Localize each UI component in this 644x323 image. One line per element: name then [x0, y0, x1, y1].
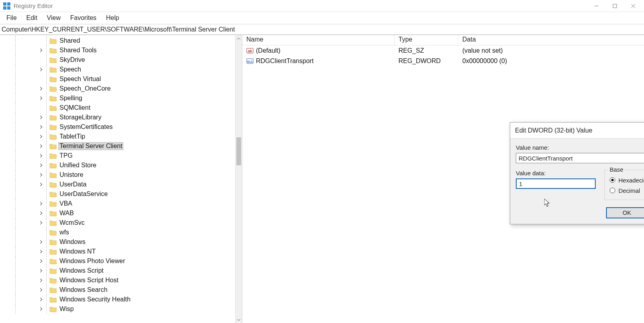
value-data-input[interactable]	[516, 178, 596, 189]
tree-item[interactable]: Speech Virtual	[0, 74, 242, 84]
tree-item[interactable]: Shared Tools	[0, 46, 242, 55]
chevron-right-icon[interactable]	[38, 249, 44, 254]
scroll-thumb[interactable]	[236, 137, 241, 165]
chevron-right-icon[interactable]	[38, 115, 44, 120]
chevron-right-icon[interactable]	[38, 220, 44, 226]
ok-button[interactable]: OK	[606, 207, 644, 218]
tree-item[interactable]: Windows NT	[0, 247, 242, 256]
chevron-right-icon[interactable]	[38, 143, 44, 149]
folder-icon	[50, 287, 57, 293]
folder-icon	[50, 239, 57, 245]
svg-rect-1	[7, 2, 10, 6]
close-button[interactable]	[624, 0, 642, 12]
chevron-right-icon[interactable]	[38, 258, 44, 264]
svg-rect-2	[3, 6, 6, 10]
chevron-right-icon[interactable]	[38, 134, 44, 139]
tree-item[interactable]: StorageLibrary	[0, 113, 242, 122]
dialog-title-text: Edit DWORD (32-bit) Value	[515, 127, 592, 134]
tree-item[interactable]: Shared	[0, 36, 242, 46]
list-row[interactable]: 011RDGClientTransportREG_DWORD0x00000000…	[242, 56, 644, 66]
radio-icon	[610, 177, 615, 183]
chevron-right-icon[interactable]	[38, 268, 44, 273]
tree-item[interactable]: Windows	[0, 237, 242, 247]
tree-item-label: Windows Search	[58, 286, 109, 294]
maximize-button[interactable]	[606, 0, 624, 12]
tree-item-label: Shared	[58, 37, 81, 45]
menu-favorites[interactable]: Favorites	[65, 13, 101, 23]
tree-item[interactable]: SQMClient	[0, 103, 242, 113]
chevron-right-icon[interactable]	[38, 162, 44, 168]
tree-scrollbar[interactable]	[235, 35, 242, 323]
chevron-right-icon[interactable]	[38, 201, 44, 206]
tree-item[interactable]: SystemCertificates	[0, 122, 242, 132]
tree-item[interactable]: UserData	[0, 180, 242, 189]
tree-item[interactable]: SkyDrive	[0, 55, 242, 65]
svg-text:ab: ab	[248, 49, 252, 53]
chevron-right-icon[interactable]	[38, 277, 44, 283]
chevron-right-icon[interactable]	[38, 153, 44, 159]
chevron-right-icon[interactable]	[38, 287, 44, 293]
tree-item[interactable]: WAB	[0, 208, 242, 218]
column-header-type[interactable]: Type	[394, 35, 458, 45]
tree-item[interactable]: WcmSvc	[0, 218, 242, 228]
tree-item[interactable]: Wisp	[0, 304, 242, 314]
chevron-right-icon[interactable]	[38, 95, 44, 101]
tree-item[interactable]: Speech_OneCore	[0, 84, 242, 93]
folder-icon	[50, 220, 57, 226]
chevron-right-icon[interactable]	[38, 210, 44, 216]
chevron-right-icon[interactable]	[38, 306, 44, 312]
tree-item[interactable]: Windows Security Health	[0, 295, 242, 304]
menu-help[interactable]: Help	[101, 13, 124, 23]
tree-item[interactable]: Speech	[0, 65, 242, 74]
chevron-right-icon[interactable]	[38, 86, 44, 91]
chevron-right-icon[interactable]	[38, 67, 44, 72]
radio-hexadecimal[interactable]: Hexadecimal	[610, 175, 644, 185]
chevron-right-icon[interactable]	[38, 297, 44, 302]
folder-icon	[50, 153, 57, 159]
chevron-right-icon[interactable]	[38, 182, 44, 187]
list-row[interactable]: ab(Default)REG_SZ(value not set)	[242, 46, 644, 56]
tree-item[interactable]: Windows Search	[0, 285, 242, 295]
column-header-name[interactable]: Name	[242, 35, 394, 45]
column-header-data[interactable]: Data	[458, 35, 644, 45]
scroll-up-icon[interactable]	[236, 35, 242, 42]
menu-edit[interactable]: Edit	[22, 13, 42, 23]
tree-item-label: Shared Tools	[58, 46, 98, 54]
folder-icon	[50, 134, 57, 140]
svg-rect-3	[7, 6, 10, 10]
tree-item[interactable]: Spelling	[0, 93, 242, 103]
scroll-down-icon[interactable]	[236, 316, 242, 323]
tree-item[interactable]: TabletTip	[0, 132, 242, 141]
value-name-input[interactable]	[516, 153, 644, 163]
tree-item[interactable]: Windows Photo Viewer	[0, 256, 242, 266]
dialog-title-bar[interactable]: Edit DWORD (32-bit) Value	[510, 123, 644, 139]
tree-item[interactable]: Terminal Server Client	[0, 141, 242, 151]
minimize-button[interactable]	[587, 0, 606, 12]
menu-file[interactable]: File	[2, 13, 22, 23]
folder-icon	[50, 210, 57, 216]
tree-item[interactable]: Windows Script	[0, 266, 242, 275]
menu-view[interactable]: View	[42, 13, 65, 23]
chevron-right-icon[interactable]	[38, 172, 44, 178]
tree-item[interactable]: Windows Script Host	[0, 275, 242, 285]
chevron-right-icon[interactable]	[38, 124, 44, 130]
folder-icon	[50, 124, 57, 130]
tree-item-label: Windows Photo Viewer	[58, 257, 126, 265]
folder-icon	[50, 191, 57, 197]
tree-item[interactable]: UserDataService	[0, 189, 242, 199]
address-bar[interactable]: Computer\HKEY_CURRENT_USER\SOFTWARE\Micr…	[0, 24, 644, 35]
chevron-right-icon[interactable]	[38, 48, 44, 53]
tree-item[interactable]: Unistore	[0, 170, 242, 180]
tree-item[interactable]: TPG	[0, 151, 242, 161]
folder-icon	[50, 143, 57, 149]
tree-item-label: Spelling	[58, 94, 83, 102]
app-icon	[3, 2, 10, 10]
radio-decimal[interactable]: Decimal	[610, 185, 644, 196]
tree-item-label: Unistore	[58, 171, 85, 179]
tree-item[interactable]: Unified Store	[0, 161, 242, 170]
tree-item[interactable]: wfs	[0, 228, 242, 237]
tree-item[interactable]: VBA	[0, 199, 242, 208]
main-split: SharedShared ToolsSkyDriveSpeechSpeech V…	[0, 35, 644, 323]
folder-icon	[50, 182, 57, 188]
chevron-right-icon[interactable]	[38, 239, 44, 245]
